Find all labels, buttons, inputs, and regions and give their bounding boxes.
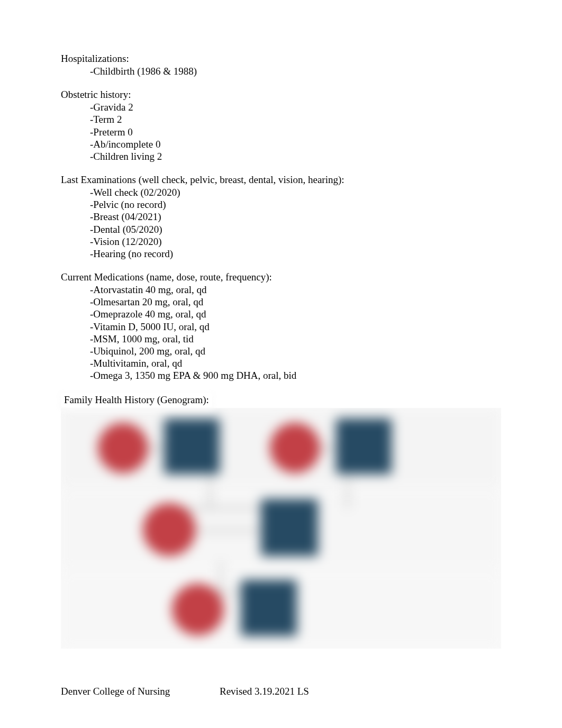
list-item: -Vitamin D, 5000 IU, oral, qd (90, 321, 501, 333)
list-item: -Gravida 2 (90, 101, 501, 113)
list-item: -Breast (04/2021) (90, 211, 501, 223)
obstetric-list: -Gravida 2 -Term 2 -Preterm 0 -Ab/incomp… (61, 101, 501, 162)
genogram-node-male (336, 418, 392, 474)
list-item: -Multivitamin, oral, qd (90, 357, 501, 369)
last-exams-section: Last Examinations (well check, pelvic, b… (61, 174, 501, 260)
list-item: -Hearing (no record) (90, 248, 501, 260)
list-item: -Childbirth (1986 & 1988) (90, 65, 501, 77)
list-item: -Omeprazole 40 mg, oral, qd (90, 308, 501, 320)
list-item: -Olmesartan 20 mg, oral, qd (90, 296, 501, 308)
list-item: -Vision (12/2020) (90, 235, 501, 248)
medications-title: Current Medications (name, dose, route, … (61, 271, 501, 283)
list-item: -Term 2 (90, 113, 501, 125)
genogram-node-male (164, 418, 220, 474)
genogram-blurred-content (61, 408, 501, 649)
list-item: -Dental (05/2020) (90, 223, 501, 235)
genogram-node-male (241, 580, 297, 636)
family-history-title: Family Health History (Genogram): (61, 393, 212, 407)
last-exams-title: Last Examinations (well check, pelvic, b… (61, 174, 501, 186)
obstetric-title: Obstetric history: (61, 89, 501, 101)
hospitalizations-title: Hospitalizations: (61, 53, 501, 65)
list-item: -Pelvic (no record) (90, 198, 501, 211)
list-item: -Preterm 0 (90, 126, 501, 138)
genogram-node-female (172, 584, 224, 635)
genogram-node-female (270, 423, 320, 473)
list-item: -Well check (02/2020) (90, 186, 501, 198)
genogram-node-female (143, 503, 196, 556)
last-exams-list: -Well check (02/2020) -Pelvic (no record… (61, 186, 501, 260)
footer-revision: Revised 3.19.2021 LS (220, 686, 501, 697)
medications-section: Current Medications (name, dose, route, … (61, 271, 501, 381)
obstetric-section: Obstetric history: -Gravida 2 -Term 2 -P… (61, 89, 501, 162)
genogram-node-female (98, 423, 148, 473)
genogram-figure (61, 408, 501, 649)
list-item: -Ubiquinol, 200 mg, oral, qd (90, 345, 501, 357)
medications-list: -Atorvastatin 40 mg, oral, qd -Olmesarta… (61, 284, 501, 381)
list-item: -Children living 2 (90, 150, 501, 162)
genogram-node-male (261, 499, 318, 556)
list-item: -Omega 3, 1350 mg EPA & 900 mg DHA, oral… (90, 369, 501, 381)
list-item: -Atorvastatin 40 mg, oral, qd (90, 284, 501, 296)
hospitalizations-section: Hospitalizations: -Childbirth (1986 & 19… (61, 53, 501, 77)
list-item: -MSM, 1000 mg, oral, tid (90, 333, 501, 345)
page-footer: Denver College of Nursing Revised 3.19.2… (61, 686, 501, 697)
hospitalizations-list: -Childbirth (1986 & 1988) (61, 65, 501, 77)
footer-institution: Denver College of Nursing (61, 686, 220, 697)
list-item: -Ab/incomplete 0 (90, 138, 501, 150)
